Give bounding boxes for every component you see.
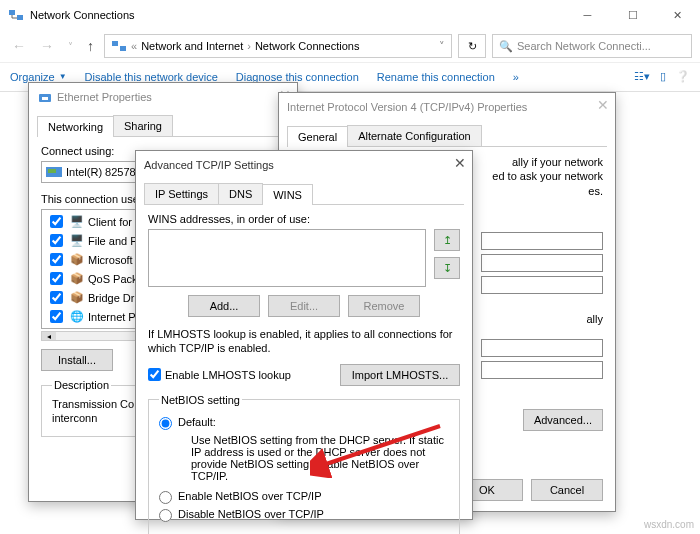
chk-qos[interactable] (50, 272, 63, 285)
description-legend: Description (52, 379, 111, 391)
tab-wins[interactable]: WINS (262, 184, 313, 205)
netbios-legend: NetBIOS setting (159, 394, 242, 406)
chk-msnet1[interactable] (50, 253, 63, 266)
radio-enable-netbios[interactable]: Enable NetBIOS over TCP/IP (159, 490, 449, 504)
svg-rect-2 (112, 41, 118, 46)
svg-rect-7 (48, 169, 56, 173)
rename-button[interactable]: Rename this connection (377, 71, 495, 83)
search-icon: 🔍 (499, 40, 513, 53)
svg-line-8 (320, 426, 440, 466)
diagnose-button[interactable]: Diagnose this connection (236, 71, 359, 83)
svg-rect-1 (17, 15, 23, 20)
move-up-button[interactable]: ↥ (434, 229, 460, 251)
tabs: General Alternate Configuration (287, 125, 607, 147)
remove-button: Remove (348, 295, 420, 317)
svg-rect-5 (42, 97, 48, 100)
ip-field[interactable] (481, 232, 603, 250)
tab-networking[interactable]: Networking (37, 116, 114, 137)
svg-rect-3 (120, 46, 126, 51)
close-icon[interactable]: ✕ (454, 155, 466, 171)
titlebar: Network Connections ─ ☐ ✕ (0, 0, 700, 30)
breadcrumb-2[interactable]: Network Connections (255, 40, 360, 52)
annotation-arrow (310, 418, 450, 478)
explorer-window: Network Connections ─ ☐ ✕ ← → ˅ ↑ « Netw… (0, 0, 700, 92)
tabs: Networking Sharing (37, 115, 289, 137)
lmhosts-info: If LMHOSTS lookup is enabled, it applies… (148, 327, 460, 356)
network-icon (111, 38, 127, 54)
chk-bridge[interactable] (50, 291, 63, 304)
up-button[interactable]: ↑ (83, 38, 98, 54)
dialog-title: Internet Protocol Version 4 (TCP/IPv4) P… (279, 93, 615, 121)
network-connections-icon (8, 7, 24, 23)
close-button[interactable]: ✕ (655, 0, 700, 30)
help-icon[interactable]: ❔ (676, 70, 690, 83)
address-dropdown[interactable]: ˅ (439, 40, 445, 53)
maximize-button[interactable]: ☐ (610, 0, 655, 30)
search-input[interactable]: 🔍 Search Network Connecti... (492, 34, 692, 58)
refresh-button[interactable]: ↻ (458, 34, 486, 58)
close-icon[interactable]: ✕ (597, 97, 609, 113)
disable-device-button[interactable]: Disable this network device (85, 71, 218, 83)
breadcrumb-sep: « (131, 40, 137, 52)
minimize-button[interactable]: ─ (565, 0, 610, 30)
dialog-title: Ethernet Properties (29, 83, 297, 111)
chevron-right-icon: › (247, 40, 251, 52)
radio-disable-netbios[interactable]: Disable NetBIOS over TCP/IP (159, 508, 449, 522)
window-title: Network Connections (30, 9, 135, 21)
search-placeholder: Search Network Connecti... (517, 40, 651, 52)
watermark: wsxdn.com (644, 519, 694, 530)
advanced-button[interactable]: Advanced... (523, 409, 603, 431)
cancel-button[interactable]: Cancel (531, 479, 603, 501)
chevron-down-icon: ▼ (59, 72, 67, 81)
breadcrumb-1[interactable]: Network and Internet (141, 40, 243, 52)
organize-menu[interactable]: Organize ▼ (10, 71, 67, 83)
tab-ip-settings[interactable]: IP Settings (144, 183, 219, 204)
breadcrumb-box[interactable]: « Network and Internet › Network Connect… (104, 34, 452, 58)
dns1-field[interactable] (481, 339, 603, 357)
ethernet-icon (37, 89, 53, 105)
view-options-icon[interactable]: ☷▾ (634, 70, 650, 83)
tab-altconfig[interactable]: Alternate Configuration (347, 125, 482, 146)
tab-sharing[interactable]: Sharing (113, 115, 173, 136)
more-commands[interactable]: » (513, 71, 519, 83)
dialog-title: Advanced TCP/IP Settings (136, 151, 472, 179)
address-bar: ← → ˅ ↑ « Network and Internet › Network… (0, 30, 700, 62)
adapter-icon (46, 166, 62, 178)
wins-addresses-label: WINS addresses, in order of use: (148, 213, 460, 225)
add-button[interactable]: Add... (188, 295, 260, 317)
import-lmhosts-button[interactable]: Import LMHOSTS... (340, 364, 460, 386)
chk-client[interactable] (50, 215, 63, 228)
mask-field[interactable] (481, 254, 603, 272)
move-down-button[interactable]: ↧ (434, 257, 460, 279)
edit-button: Edit... (268, 295, 340, 317)
install-button[interactable]: Install... (41, 349, 113, 371)
forward-button: → (36, 38, 58, 54)
dns2-field[interactable] (481, 361, 603, 379)
recent-dropdown[interactable]: ˅ (64, 41, 77, 52)
chk-ipv4[interactable] (50, 310, 63, 323)
gateway-field[interactable] (481, 276, 603, 294)
preview-pane-icon[interactable]: ▯ (660, 70, 666, 83)
back-button[interactable]: ← (8, 38, 30, 54)
enable-lmhosts-checkbox[interactable]: Enable LMHOSTS lookup (148, 367, 291, 382)
tabs: IP Settings DNS WINS (144, 183, 464, 205)
tab-general[interactable]: General (287, 126, 348, 147)
svg-rect-0 (9, 10, 15, 15)
chk-fileprint[interactable] (50, 234, 63, 247)
tab-dns[interactable]: DNS (218, 183, 263, 204)
wins-address-list[interactable] (148, 229, 426, 287)
